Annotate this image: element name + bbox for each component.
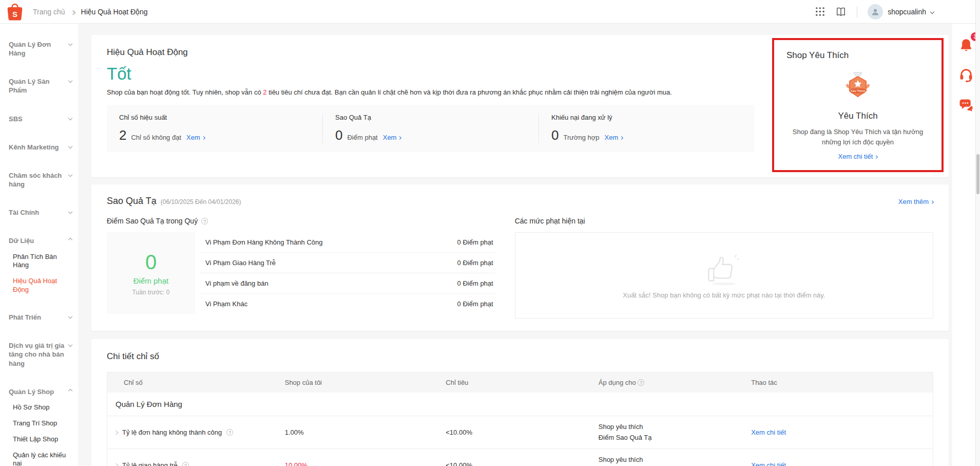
breadcrumb-home[interactable]: Trang chủ [33,8,65,16]
target-value: <10.00% [446,461,598,466]
chevron-down-icon [68,79,72,83]
apps-grid-icon[interactable] [815,7,825,16]
stat-value: 0 [551,127,559,143]
sidebar-item-sales-analysis[interactable]: Phân Tích Bán Hàng [13,253,72,270]
metrics-table: Chỉ số Shop của tôi Chỉ tiêu Áp dụng cho… [107,372,933,466]
see-more-link[interactable]: Xem thêm [898,198,933,206]
sidebar-item-shop-management[interactable]: Quản Lý Shop [9,387,72,396]
expand-row-icon[interactable] [114,463,118,466]
favorite-shop-card-highlight: Shop Yêu Thích Yêu Thích Yêu Thích Shop … [772,38,944,172]
penalty-score: 0 [145,251,157,274]
chevron-down-icon [68,42,72,46]
help-icon[interactable] [226,429,233,436]
help-icon[interactable] [182,462,189,466]
username: shopcualinh [888,8,926,16]
table-group-header: Quản Lý Đơn Hàng [107,393,933,416]
penalty-card: Sao Quả Tạ (06/10/2025 Đến 04/01/2026) X… [91,184,949,331]
favorite-shop-description: Shop đang là Shop Yêu Thích và tận hưởng… [786,127,929,147]
target-value: <10.00% [446,428,598,436]
list-item: Vi phạm về đăng bán0 Điểm phạt [200,273,495,294]
metric-details-title: Chi tiết chỉ số [107,351,933,362]
sidebar-item-marketing[interactable]: Kênh Marketing [9,143,72,152]
sidebar-item-shop-settings[interactable]: Thiết Lập Shop [13,435,72,444]
favorite-shop-detail-link[interactable]: Xem chi tiết [838,153,878,160]
my-shop-value: 1.00% [285,428,446,436]
chevron-up-icon [68,389,72,393]
sidebar-item-sbs[interactable]: SBS [9,115,72,123]
quarter-points-subtitle: Điểm Sao Quả Tạ trong Quý [107,217,495,225]
page-title: Hiệu Quả Hoạt Động [107,47,755,58]
stat-value: 0 [335,127,342,143]
top-bar: S Trang chủ Hiệu Quả Hoạt Động [0,0,980,24]
sidebar-item-shop-profile[interactable]: Hồ Sơ Shop [13,403,72,412]
view-detail-link[interactable]: Xem chi tiết [751,461,786,466]
previous-week-score: Tuần trước: 0 [132,289,170,296]
main-content: Hiệu Quả Hoạt Động Tốt Shop của bạn hoạt… [78,24,952,466]
applies-to: Shop yêu thích Điểm Sao Quả Tạ [599,422,751,443]
view-link[interactable]: Xem [383,134,401,141]
performance-rating: Tốt [107,64,755,84]
chat-button[interactable] [957,96,975,114]
scrollbar-thumb[interactable] [976,154,979,194]
table-header: Chỉ số Shop của tôi Chỉ tiêu Áp dụng cho… [107,372,933,393]
view-link[interactable]: Xem [605,134,623,141]
sidebar-item-customer-care[interactable]: Chăm sóc khách hàng [9,171,72,189]
expand-row-icon[interactable] [114,430,118,434]
help-icon[interactable] [201,218,208,225]
chevron-down-icon [68,210,72,214]
empty-state-message: Xuất sắc! Shop bạn không có bất kỳ mức p… [623,291,825,299]
topbar-divider [857,6,857,17]
performance-stats-bar: Chỉ số hiệu suất 2 Chỉ số không đạt Xem … [107,105,755,152]
view-detail-link[interactable]: Xem chi tiết [751,428,786,436]
chat-bubbles-icon [958,97,974,113]
stat-value: 2 [119,127,126,143]
metric-details-card: Chi tiết chỉ số Chỉ số Shop của tôi Chỉ … [91,339,949,466]
violation-list: Vi Phạm Đơn Hàng Không Thành Công0 Điểm … [200,232,495,314]
notifications-button[interactable]: 3 [957,36,975,54]
no-penalty-empty-state: Xuất sắc! Shop bạn không có bất kỳ mức p… [515,232,933,319]
chevron-up-icon [68,238,72,242]
stat-open-complaints: Khiếu nại đang xử lý 0 Trường hợp Xem [539,114,755,143]
favorite-shop-title: Shop Yêu Thích [786,50,929,61]
breadcrumb-separator-icon [71,7,75,16]
performance-card: Hiệu Quả Hoạt Động Tốt Shop của bạn hoạt… [91,35,949,177]
my-shop-value: 10.00% [285,461,446,466]
sidebar-item-performance[interactable]: Hiệu Quả Hoạt Động [13,277,72,294]
sidebar-item-data[interactable]: Dữ Liệu [9,236,72,245]
avatar [868,4,883,20]
sidebar-item-value-added-services[interactable]: Dịch vụ giá trị gia tăng cho nhà bán hàn… [9,341,72,367]
penalty-score-box: 0 Điểm phạt Tuần trước: 0 [107,232,195,314]
current-penalties-subtitle: Các mức phạt hiện tại [515,217,933,225]
sidebar-item-complaint-management[interactable]: Quản lý các khiếu nại [13,451,72,466]
sidebar-item-product-management[interactable]: Quản Lý Sản Phẩm [9,77,72,95]
chevron-down-icon [68,116,72,120]
guide-book-icon[interactable] [835,7,847,17]
table-row: Tỷ lệ giao hàng trễ 10.00% <10.00% Shop … [107,449,933,466]
favorite-shop-medal-icon: Yêu Thích [786,72,929,104]
stat-performance-indicators: Chỉ số hiệu suất 2 Chỉ số không đạt Xem [107,114,322,143]
chevron-down-icon [68,314,72,319]
scrollbar[interactable] [975,0,980,466]
list-item: Vi Phạm Đơn Hàng Không Thành Công0 Điểm … [200,232,495,253]
support-button[interactable] [957,66,975,84]
thumbs-up-icon [703,252,745,288]
user-menu[interactable]: shopcualinh [868,4,934,20]
sidebar-item-finance[interactable]: Tài Chính [9,208,72,217]
chevron-down-icon [68,144,72,148]
penalty-period: (06/10/2025 Đến 04/01/2026) [161,198,241,206]
favorite-shop-status: Yêu Thích [786,111,929,121]
shopee-logo[interactable]: S [7,3,23,21]
view-link[interactable]: Xem [186,134,205,141]
sidebar-item-growth[interactable]: Phát Triển [9,313,72,322]
breadcrumb-current: Hiệu Quả Hoạt Động [81,8,148,16]
sidebar-item-order-management[interactable]: Quản Lý Đơn Hàng [9,40,72,58]
applies-to: Shop yêu thích Điểm Sao Quả Tạ [599,455,751,466]
sidebar: Quản Lý Đơn Hàng Quản Lý Sản Phẩm SBS Kê… [0,24,78,466]
table-row: Tỷ lệ đơn hàng không thành công 1.00% <1… [107,416,933,449]
stat-penalty-points: Sao Quả Tạ 0 Điểm phạt Xem [322,114,539,143]
sidebar-item-shop-decoration[interactable]: Trang Trí Shop [13,419,72,428]
list-item: Vi Phạm Giao Hàng Trễ0 Điểm phạt [200,253,495,273]
performance-description: Shop của bạn hoạt động tốt. Tuy nhiên, s… [107,88,755,96]
penalty-title: Sao Quả Tạ [107,196,157,207]
help-icon[interactable] [638,379,644,386]
